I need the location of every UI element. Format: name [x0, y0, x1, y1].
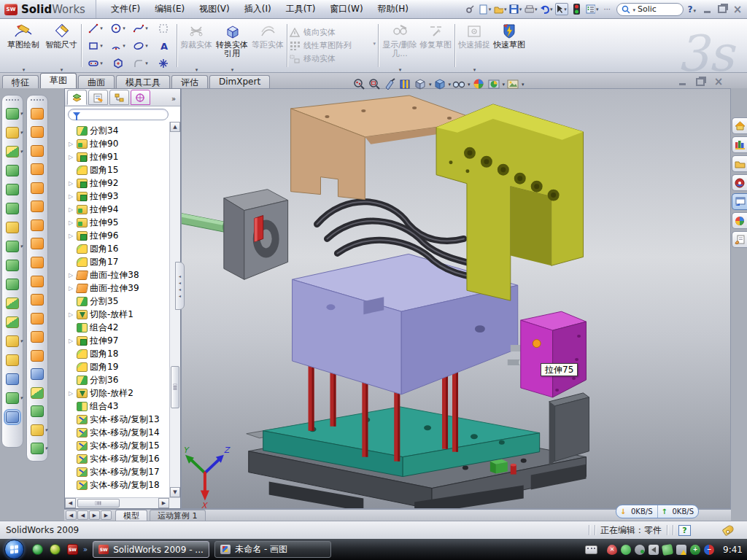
arc-tool-icon[interactable]: [107, 37, 129, 54]
tool-move-copy[interactable]: [2, 313, 23, 332]
last-tab-button[interactable]: ▶: [101, 510, 112, 520]
app-close-button[interactable]: [731, 4, 744, 15]
input-method-icon[interactable]: [585, 545, 597, 554]
tool-instant3d[interactable]: [2, 218, 23, 237]
solidworks-resources-tab[interactable]: [732, 117, 747, 134]
tool-filled-surface[interactable]: [27, 198, 47, 217]
doc-minimize-button[interactable]: [676, 77, 689, 87]
smart-dimension-dropdown[interactable]: [60, 65, 63, 71]
security-shield-tray-icon[interactable]: [621, 545, 631, 555]
tool-dome[interactable]: [27, 402, 47, 421]
tree-item[interactable]: 拉伸97: [67, 334, 169, 347]
app-restore-button[interactable]: [716, 4, 729, 15]
expand-arrow-icon[interactable]: [67, 311, 74, 318]
voice-icon[interactable]: ⋯: [601, 3, 614, 15]
network-warning-tray-icon[interactable]: [676, 545, 686, 555]
core-piece[interactable]: [182, 190, 288, 280]
rebuild-icon[interactable]: [570, 3, 584, 15]
tool-reference-plane[interactable]: [2, 351, 23, 370]
selection-tool-icon[interactable]: [152, 20, 174, 36]
file-explorer-tab[interactable]: [732, 155, 747, 172]
tab-mold-tools[interactable]: 模具工具: [116, 75, 170, 88]
tree-item[interactable]: 圆角18: [67, 347, 169, 360]
sketch-button[interactable]: 草图绘制: [3, 20, 44, 71]
tool-revolved-boss[interactable]: [2, 180, 23, 199]
menu-file[interactable]: 文件(F): [104, 0, 147, 18]
polygon-tool-icon[interactable]: [107, 55, 129, 71]
expand-arrow-icon[interactable]: [67, 233, 74, 239]
tree-item[interactable]: 圆角15: [67, 163, 169, 176]
app-minimize-button[interactable]: [700, 4, 713, 15]
dropdown-arrow-icon[interactable]: [20, 395, 23, 401]
dropdown-arrow-icon[interactable]: [20, 111, 23, 117]
network-speed-widget[interactable]: ↓0KB/S ↑0KB/S: [616, 505, 699, 518]
tool-lofted-surface[interactable]: [27, 160, 47, 179]
scrollbar-thumb[interactable]: [171, 366, 179, 408]
dropdown-arrow-icon[interactable]: [503, 82, 506, 88]
tree-item[interactable]: 拉伸95: [67, 216, 169, 229]
toolbar-grip[interactable]: [6, 99, 19, 101]
tool-extend-surface[interactable]: [27, 384, 47, 402]
expand-arrow-icon[interactable]: [67, 206, 74, 213]
convert-dropdown[interactable]: [231, 65, 234, 71]
tab-dimxpert[interactable]: DimXpert: [209, 75, 270, 88]
antivirus-tray-icon[interactable]: ✕: [607, 545, 617, 555]
expand-arrow-icon[interactable]: [67, 390, 74, 397]
tree-item[interactable]: 实体-移动/复制17: [67, 465, 169, 478]
convert-entities-button[interactable]: 转换实体引用: [213, 20, 251, 71]
menu-help[interactable]: 帮助(H): [371, 0, 416, 18]
doc-close-button[interactable]: [712, 77, 725, 87]
quicklaunch-overflow-chevron[interactable]: »: [83, 545, 88, 553]
appearances-scenes-tab[interactable]: [732, 212, 747, 229]
dropdown-arrow-icon[interactable]: [429, 82, 432, 88]
tree-item[interactable]: 曲面-拉伸38: [67, 268, 169, 281]
line-tool-icon[interactable]: [84, 20, 107, 36]
model-tab[interactable]: 模型: [115, 510, 147, 521]
expand-arrow-icon[interactable]: [67, 141, 74, 147]
tool-extruded-cut[interactable]: [2, 123, 23, 142]
tree-item[interactable]: 实体-移动/复制13: [67, 413, 169, 426]
tree-horizontal-scrollbar[interactable]: [65, 497, 180, 508]
expand-arrow-icon[interactable]: [67, 219, 74, 226]
tab-evaluate[interactable]: 评估: [171, 75, 208, 88]
scroll-left-button[interactable]: [65, 498, 76, 508]
toolbar-grip[interactable]: [31, 99, 44, 101]
tree-item[interactable]: 圆角16: [67, 242, 169, 255]
tool-linear-pattern[interactable]: [2, 237, 23, 256]
tool-untrim-surface[interactable]: [27, 346, 47, 365]
slide-block[interactable]: [521, 311, 587, 397]
tool-intersect2[interactable]: [27, 421, 47, 440]
tree-item[interactable]: 组合42: [67, 321, 169, 334]
rapid-sketch-button[interactable]: 快速草图: [491, 20, 527, 71]
section-view-icon[interactable]: [383, 77, 397, 91]
tree-item[interactable]: 切除-放样2: [67, 386, 169, 400]
volume-tray-icon[interactable]: [649, 545, 659, 555]
start-button[interactable]: [4, 540, 24, 559]
tab-sketch[interactable]: 草图: [40, 73, 77, 88]
viewport-3d-scene[interactable]: Y Z X: [182, 89, 730, 508]
tag-icon[interactable]: [721, 524, 735, 537]
doc-restore-button[interactable]: [694, 77, 707, 87]
tool-swept-surface[interactable]: [27, 141, 47, 160]
configurationmanager-tab[interactable]: [109, 90, 129, 105]
search-scope-dropdown[interactable]: [632, 4, 636, 14]
tool-thicken[interactable]: [27, 253, 47, 272]
section-tool-icon[interactable]: [398, 77, 412, 91]
zoom-to-area-icon[interactable]: [368, 77, 382, 91]
tool-planar-surface[interactable]: [27, 216, 47, 235]
solidworks-quicklaunch-icon[interactable]: SW: [67, 544, 78, 555]
tool-knit-surface[interactable]: [27, 365, 47, 384]
view-palette-tab[interactable]: [732, 193, 747, 210]
dropdown-arrow-icon[interactable]: [44, 427, 47, 433]
update-status-tray-icon[interactable]: [635, 545, 645, 555]
tree-item[interactable]: 分割36: [67, 373, 169, 386]
slot-tool-icon[interactable]: [84, 55, 107, 71]
design-library-tab[interactable]: [732, 136, 747, 153]
tree-item[interactable]: 组合43: [67, 400, 169, 413]
tool-fillet[interactable]: [2, 142, 23, 161]
tool-intersect[interactable]: [2, 332, 23, 351]
scroll-right-button[interactable]: [158, 498, 169, 508]
tree-item[interactable]: 拉伸94: [67, 203, 169, 216]
undo-icon[interactable]: [540, 3, 553, 15]
expand-arrow-icon[interactable]: [67, 272, 74, 279]
